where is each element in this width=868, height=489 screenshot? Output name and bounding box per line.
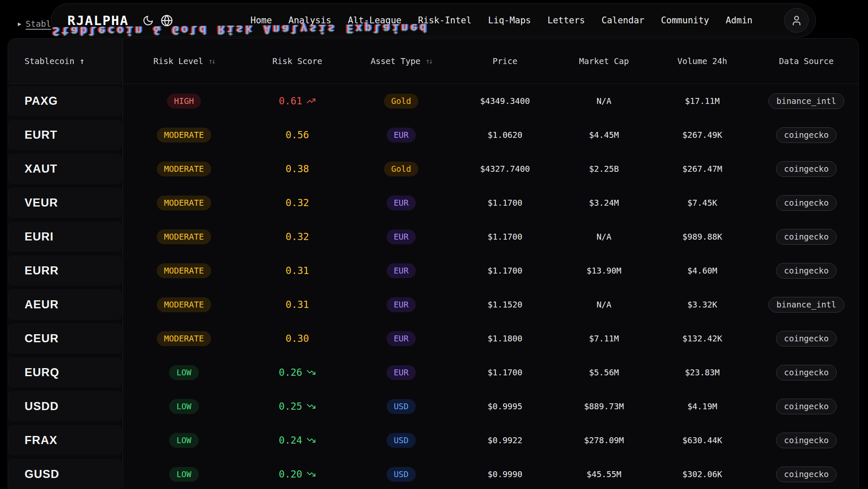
- column-divider: [122, 39, 123, 489]
- price-value: $1.0620: [487, 130, 522, 140]
- cell-stablecoin: PAXG: [8, 84, 122, 118]
- column-header-price: Price: [453, 56, 557, 66]
- table-row-aeur[interactable]: AEURMODERATE0.31EUR$1.1520N/A$3.32Kbinan…: [8, 288, 858, 321]
- cell-market-cap: $7.11M: [557, 334, 651, 344]
- cell-volume-24h: $4.60M: [651, 266, 754, 276]
- cell-market-cap: $13.90M: [557, 266, 651, 276]
- sort-toggle-icon: ↑↓: [208, 57, 214, 65]
- table-row-veur[interactable]: VEURMODERATE0.32EUR$1.1700$3.24M$7.45Kco…: [8, 186, 858, 220]
- cell-volume-24h: $302.06K: [651, 469, 754, 479]
- table-row-gusd[interactable]: GUSDLOW0.20USD$0.9990$45.55M$302.06Kcoin…: [8, 457, 858, 489]
- stablecoin-table-panel: Stablecoin↑Risk Level↑↓Risk ScoreAsset T…: [8, 38, 859, 489]
- stablecoin-symbol: PAXG: [8, 86, 122, 116]
- table-row-ceur[interactable]: CEURMODERATE0.30EUR$1.1800$7.11M$132.42K…: [8, 321, 858, 355]
- asset-type-badge: USD: [387, 467, 416, 482]
- stablecoin-symbol: AEUR: [8, 289, 122, 320]
- cell-data-source: coingecko: [754, 127, 859, 143]
- cell-risk-level: MODERATE: [122, 297, 245, 312]
- data-source-badge: coingecko: [776, 263, 837, 279]
- table-row-eurq[interactable]: EURQLOW0.26EUR$1.1700$5.56M$23.83Mcoinge…: [8, 355, 858, 389]
- cell-risk-score: 0.61: [245, 95, 349, 106]
- risk-level-badge: MODERATE: [157, 331, 211, 346]
- column-header-volume-24h: Volume 24h: [651, 56, 754, 66]
- table-row-eurt[interactable]: EURTMODERATE0.56EUR$1.0620$4.45M$267.49K…: [8, 118, 858, 152]
- nav-item-analysis[interactable]: Analysis: [289, 15, 331, 25]
- stablecoin-symbol: VEUR: [8, 187, 122, 218]
- risk-score-value: 0.38: [286, 163, 309, 174]
- volume-24h-value: $17.11M: [685, 96, 720, 106]
- nav-item-home[interactable]: Home: [250, 15, 272, 25]
- column-header-risk-level[interactable]: Risk Level↑↓: [122, 56, 245, 66]
- cell-risk-level: MODERATE: [122, 196, 245, 210]
- market-cap-value: N/A: [596, 232, 611, 242]
- cell-stablecoin: AEUR: [8, 288, 122, 321]
- nav-item-admin[interactable]: Admin: [726, 15, 752, 25]
- trending-down-icon: [306, 436, 316, 445]
- cell-data-source: binance_intl: [754, 93, 859, 109]
- risk-level-badge: MODERATE: [157, 196, 211, 210]
- cell-asset-type: Gold: [349, 94, 453, 109]
- triangle-marker-icon: ▶: [18, 20, 21, 27]
- cell-price: $0.9990: [453, 469, 557, 479]
- table-row-euri[interactable]: EURIMODERATE0.32EUR$1.1700N/A$989.88Kcoi…: [8, 220, 858, 254]
- risk-level-badge: LOW: [169, 399, 198, 414]
- cell-data-source: coingecko: [754, 467, 859, 482]
- cell-data-source: coingecko: [754, 195, 859, 211]
- nav-item-alt-league[interactable]: Alt-League: [348, 15, 401, 25]
- nav-item-calendar[interactable]: Calendar: [601, 15, 644, 25]
- cell-asset-type: EUR: [349, 196, 453, 210]
- cell-risk-score: 0.26: [245, 367, 349, 378]
- breadcrumb-label: Stabl: [25, 19, 51, 29]
- risk-score-value: 0.20: [279, 469, 302, 480]
- table-row-xaut[interactable]: XAUTMODERATE0.38Gold$4327.7400$2.25B$267…: [8, 152, 858, 186]
- volume-24h-value: $4.60M: [687, 266, 717, 276]
- volume-24h-value: $23.83M: [685, 368, 720, 377]
- nav-item-liq-maps[interactable]: Liq-Maps: [488, 15, 531, 25]
- table-row-frax[interactable]: FRAXLOW0.24USD$0.9922$278.09M$630.44Kcoi…: [8, 423, 858, 457]
- stablecoin-symbol: GUSD: [8, 459, 122, 489]
- table-row-eurr[interactable]: EURRMODERATE0.31EUR$1.1700$13.90M$4.60Mc…: [8, 254, 858, 288]
- cell-risk-score: 0.30: [245, 333, 349, 344]
- cell-price: $4349.3400: [453, 96, 557, 106]
- price-value: $1.1700: [487, 198, 522, 208]
- cell-data-source: coingecko: [754, 263, 859, 279]
- breadcrumb[interactable]: ▶ Stabl: [18, 19, 51, 29]
- data-source-badge: coingecko: [776, 433, 837, 448]
- data-source-badge: coingecko: [776, 365, 837, 380]
- brand-logo[interactable]: RJALPHA: [67, 13, 129, 28]
- cell-risk-score: 0.32: [245, 231, 349, 242]
- cell-risk-score: 0.20: [245, 469, 349, 480]
- table-row-usdd[interactable]: USDDLOW0.25USD$0.9995$889.73M$4.19Mcoing…: [8, 389, 858, 423]
- nav-item-community[interactable]: Community: [661, 15, 709, 25]
- volume-24h-value: $630.44K: [682, 436, 722, 445]
- price-value: $4327.7400: [480, 164, 530, 174]
- column-header-market-cap: Market Cap: [557, 56, 651, 66]
- cell-price: $1.1800: [453, 334, 557, 344]
- language-button[interactable]: [158, 11, 176, 30]
- user-menu-button[interactable]: [784, 8, 809, 33]
- column-header-asset-type[interactable]: Asset Type↑↓: [349, 56, 453, 66]
- globe-icon: [161, 14, 173, 27]
- risk-score-value: 0.31: [286, 265, 309, 276]
- data-source-badge: coingecko: [776, 161, 837, 177]
- cell-price: $1.1520: [453, 300, 557, 310]
- asset-type-badge: EUR: [387, 297, 416, 312]
- cell-data-source: binance_intl: [754, 297, 859, 313]
- theme-toggle-button[interactable]: [139, 11, 158, 30]
- cell-volume-24h: $132.42K: [651, 334, 754, 344]
- risk-level-badge: MODERATE: [157, 297, 211, 312]
- cell-market-cap: $278.09M: [557, 436, 651, 445]
- trending-down-icon: [306, 368, 316, 377]
- market-cap-value: $3.24M: [589, 198, 619, 208]
- cell-risk-level: MODERATE: [122, 229, 245, 244]
- table-row-paxg[interactable]: PAXGHIGH0.61Gold$4349.3400N/A$17.11Mbina…: [8, 84, 858, 118]
- price-value: $1.1700: [487, 368, 522, 377]
- nav-item-risk-intel[interactable]: Risk-Intel: [418, 15, 471, 25]
- column-label: Volume 24h: [677, 56, 727, 66]
- user-icon: [791, 15, 802, 26]
- stablecoin-symbol: CEUR: [8, 323, 122, 354]
- cell-asset-type: EUR: [349, 263, 453, 278]
- nav-item-letters[interactable]: Letters: [548, 15, 585, 25]
- price-value: $0.9922: [487, 436, 522, 445]
- column-header-stablecoin[interactable]: Stablecoin↑: [8, 39, 122, 84]
